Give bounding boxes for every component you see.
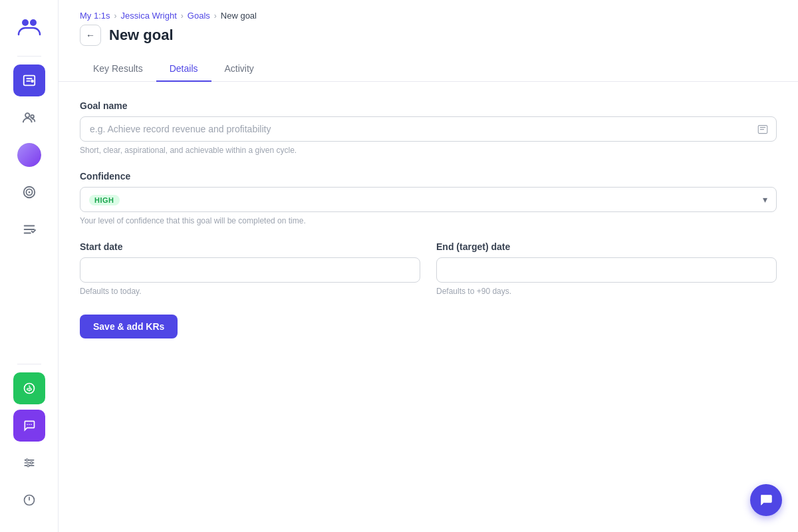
app-logo [13,11,45,43]
end-date-input[interactable]: 04/10/2023 [436,257,777,283]
sidebar-item-people[interactable] [13,102,45,134]
svg-point-2 [30,19,37,26]
breadcrumb-my-1on1s[interactable]: My 1:1s [80,11,110,21]
sidebar-item-logout[interactable] [13,484,45,516]
sidebar-divider-bottom [17,364,41,364]
start-date-group: Start date 01/10/2023 Defaults to today. [80,241,420,296]
svg-rect-0 [13,11,45,43]
breadcrumb-goals[interactable]: Goals [188,11,210,21]
svg-point-16 [27,465,29,467]
goal-name-label: Goal name [80,100,777,111]
main-content: My 1:1s › Jessica Wright › Goals › New g… [59,0,798,532]
sidebar-item-feedback[interactable] [13,410,45,442]
sidebar-divider-top [17,56,41,57]
sidebar-item-compensation[interactable] [13,372,45,404]
confidence-hint: Your level of confidence that this goal … [80,216,777,225]
chat-fab-button[interactable] [750,484,782,516]
end-date-label: End (target) date [436,241,777,252]
end-date-hint: Defaults to +90 days. [436,287,777,296]
confidence-label: Confidence [80,171,777,182]
form-content: Goal name Short, clear, aspirational, an… [59,82,798,532]
svg-point-9 [28,192,30,194]
breadcrumb-sep-1: › [114,11,117,21]
breadcrumb: My 1:1s › Jessica Wright › Goals › New g… [80,11,777,21]
avatar [17,143,41,167]
date-row: Start date 01/10/2023 Defaults to today.… [80,241,777,296]
confidence-group: Confidence HIGH MEDIUM LOW HIGH ▾ Your l… [80,171,777,225]
svg-point-12 [29,424,30,426]
end-date-group: End (target) date 04/10/2023 Defaults to… [436,241,777,296]
save-button-wrapper: Save & add KRs [80,315,777,338]
goal-name-input[interactable] [80,116,777,142]
tab-activity[interactable]: Activity [211,57,267,82]
breadcrumb-sep-2: › [181,11,184,21]
svg-point-4 [31,80,34,83]
confidence-select-wrapper: HIGH MEDIUM LOW HIGH ▾ [80,187,777,212]
header: My 1:1s › Jessica Wright › Goals › New g… [59,0,798,82]
start-date-input[interactable]: 01/10/2023 [80,257,420,283]
back-button[interactable]: ← [80,25,101,46]
breadcrumb-sep-3: › [214,11,217,21]
start-date-hint: Defaults to today. [80,287,420,296]
tab-key-results[interactable]: Key Results [80,57,156,82]
save-add-krs-button[interactable]: Save & add KRs [80,315,178,338]
svg-point-13 [31,424,32,426]
confidence-select[interactable]: HIGH MEDIUM LOW [80,187,777,212]
goal-name-hint: Short, clear, aspirational, and achievab… [80,146,777,155]
goal-name-group: Goal name Short, clear, aspirational, an… [80,100,777,155]
sidebar [0,0,59,532]
sidebar-item-profile[interactable] [13,139,45,171]
sidebar-item-tasks[interactable] [13,213,45,245]
page-title-wrapper: ← New goal [80,25,777,46]
sidebar-item-goals[interactable] [13,176,45,208]
svg-point-6 [31,115,34,118]
sidebar-item-one-on-ones[interactable] [13,65,45,96]
breadcrumb-jessica-wright[interactable]: Jessica Wright [121,11,177,21]
start-date-label: Start date [80,241,420,252]
svg-point-14 [26,459,28,461]
goal-name-input-wrapper [80,116,777,142]
page-title: New goal [109,27,174,44]
tab-details[interactable]: Details [156,57,211,82]
format-icon [757,123,769,136]
svg-point-11 [27,424,28,426]
svg-point-1 [22,19,29,26]
svg-point-5 [25,113,29,117]
svg-point-15 [30,462,32,464]
sidebar-item-settings[interactable] [13,447,45,479]
tabs: Key Results Details Activity [80,57,777,81]
breadcrumb-new-goal: New goal [221,11,257,21]
